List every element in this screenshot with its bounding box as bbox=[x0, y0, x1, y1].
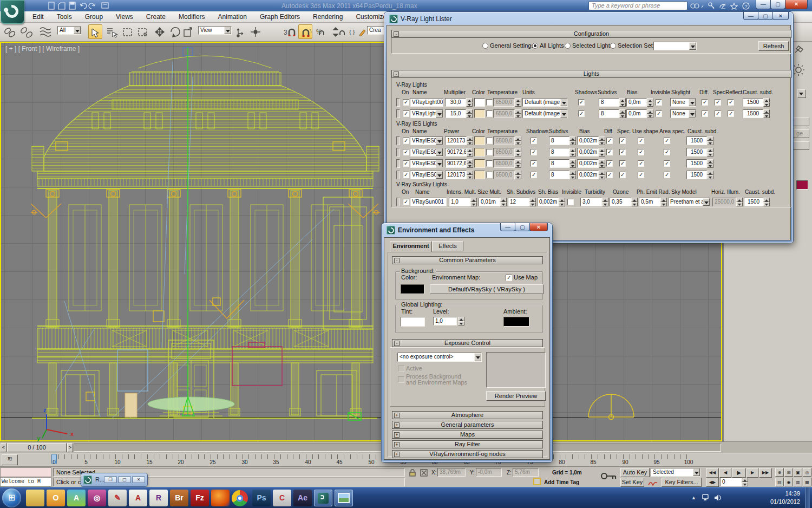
auto-key-button[interactable]: Auto Key bbox=[620, 468, 650, 477]
taskbar-3dsmax[interactable] bbox=[314, 490, 332, 506]
lights-rollout[interactable]: -Lights bbox=[391, 70, 791, 78]
chevron-down-icon[interactable] bbox=[703, 198, 710, 206]
on-checkbox[interactable] bbox=[403, 99, 409, 106]
level-field[interactable]: 1,0 bbox=[433, 317, 457, 325]
intensity-field[interactable]: 1,0 bbox=[449, 198, 470, 206]
turbidity-spinner[interactable] bbox=[602, 198, 608, 206]
temperature-spinner[interactable] bbox=[515, 159, 521, 168]
use-shape-checkbox[interactable] bbox=[638, 149, 644, 155]
subdivs-spinner[interactable] bbox=[569, 159, 576, 168]
bias-spinner[interactable] bbox=[599, 159, 605, 168]
expand-icon[interactable]: + bbox=[394, 413, 400, 418]
use-shape-checkbox[interactable] bbox=[638, 160, 644, 167]
reflect-checkbox[interactable] bbox=[728, 99, 734, 106]
power-spinner[interactable] bbox=[467, 171, 473, 179]
process-background-checkbox[interactable] bbox=[398, 376, 404, 383]
general-settings-radio[interactable] bbox=[482, 43, 488, 49]
temperature-spinner[interactable] bbox=[515, 136, 521, 145]
maxscript-listener[interactable]: Welcome to M bbox=[0, 477, 51, 487]
on-checkbox[interactable] bbox=[403, 160, 409, 167]
size-spinner[interactable] bbox=[500, 198, 507, 206]
power-field[interactable]: 90172,6 bbox=[445, 159, 467, 168]
maxscript-listener-pink[interactable] bbox=[0, 467, 51, 477]
color-swatch[interactable] bbox=[796, 180, 808, 190]
intensity-spinner[interactable] bbox=[470, 198, 477, 206]
use-shape-checkbox[interactable] bbox=[638, 172, 644, 178]
shadows-checkbox[interactable] bbox=[531, 160, 537, 167]
expand-icon[interactable]: + bbox=[394, 452, 400, 457]
units-dropdown[interactable]: Default (image) bbox=[522, 109, 568, 118]
temperature-field[interactable]: 6500,0 bbox=[493, 98, 515, 107]
multiplier-field[interactable]: 15,0 bbox=[445, 109, 466, 118]
taskbar-sketch-app[interactable]: ✎ bbox=[108, 490, 127, 506]
specular-checkbox[interactable] bbox=[619, 149, 626, 155]
area-specular-checkbox[interactable] bbox=[664, 172, 670, 178]
taskbar-chrome[interactable] bbox=[232, 490, 248, 506]
color-swatch[interactable] bbox=[474, 136, 485, 145]
atmosphere-rollout[interactable]: +Atmosphere bbox=[392, 411, 543, 419]
reflect-checkbox[interactable] bbox=[728, 110, 734, 117]
temperature-checkbox[interactable] bbox=[486, 110, 493, 117]
tray-network-volume-icons[interactable] bbox=[702, 493, 723, 503]
select-light-button[interactable] bbox=[396, 171, 400, 179]
power-spinner[interactable] bbox=[467, 148, 473, 157]
show-desktop-button[interactable] bbox=[805, 487, 810, 508]
go-to-end-button[interactable]: ▶▶ bbox=[759, 468, 772, 478]
chevron-down-icon[interactable] bbox=[436, 148, 443, 156]
utilities-tab-icons[interactable] bbox=[791, 44, 812, 109]
shadows-checkbox[interactable] bbox=[531, 149, 537, 155]
chevron-down-icon[interactable] bbox=[474, 353, 481, 361]
lock-selection-icon[interactable] bbox=[409, 468, 429, 477]
horizontal-illum-field[interactable]: 25000,0 bbox=[712, 198, 736, 206]
subdivs-field[interactable]: 8 bbox=[599, 98, 619, 107]
collapse-icon[interactable]: - bbox=[394, 258, 400, 263]
vray-environment-fog-rollout[interactable]: +VRayEnvironmentFog nodes bbox=[392, 450, 543, 458]
specular-checkbox[interactable] bbox=[715, 99, 721, 106]
caustic-subdivs-field[interactable]: 1500 bbox=[744, 198, 763, 206]
color-swatch[interactable] bbox=[474, 109, 485, 118]
subdivs-spinner[interactable] bbox=[569, 171, 576, 179]
search-tools[interactable]: ? bbox=[690, 1, 752, 10]
expand-icon[interactable]: + bbox=[394, 432, 400, 438]
select-light-button[interactable] bbox=[396, 98, 400, 107]
close-icon[interactable]: ✕ bbox=[529, 223, 548, 231]
chevron-down-icon[interactable] bbox=[560, 99, 567, 106]
z-coordinate-field[interactable]: 5,76m bbox=[513, 468, 539, 477]
exposure-control-rollout[interactable]: -Exposure Control bbox=[392, 339, 543, 347]
multiplier-field[interactable]: 30,0 bbox=[445, 98, 466, 107]
color-swatch[interactable] bbox=[474, 98, 485, 107]
subdivs-spinner[interactable] bbox=[569, 148, 576, 157]
caustic-subdivs-field[interactable]: 1500 bbox=[743, 109, 763, 118]
temperature-field[interactable]: 6500,0 bbox=[493, 159, 515, 168]
chevron-down-icon[interactable] bbox=[689, 42, 696, 50]
area-specular-checkbox[interactable] bbox=[664, 138, 670, 144]
key-step-button[interactable]: ◀▶ bbox=[706, 478, 719, 487]
select-light-button[interactable] bbox=[396, 109, 400, 118]
diffuse-checkbox[interactable] bbox=[702, 110, 708, 117]
taskbar-swirl-app[interactable]: ◎ bbox=[88, 490, 106, 506]
expand-icon[interactable]: + bbox=[394, 442, 400, 447]
diffuse-checkbox[interactable] bbox=[606, 172, 613, 178]
temperature-spinner[interactable] bbox=[515, 109, 521, 118]
bias-spinner[interactable] bbox=[647, 98, 653, 107]
caustic-spinner[interactable] bbox=[707, 136, 713, 145]
name-dropdown[interactable]: VRayIES01 bbox=[410, 148, 443, 157]
vray-light-lister-dialog[interactable]: V-Ray Light Lister — ▢ ✕ -Configuration … bbox=[384, 12, 793, 243]
frame-spinner[interactable] bbox=[742, 478, 748, 486]
start-button[interactable]: ⊞ bbox=[2, 489, 21, 507]
subdivs-spinner[interactable] bbox=[619, 98, 626, 107]
taskbar-ccleaner[interactable]: C bbox=[273, 490, 291, 506]
ambient-swatch[interactable] bbox=[503, 317, 529, 327]
key-filters-button[interactable]: Key Filters... bbox=[662, 478, 702, 487]
play-button[interactable]: ▶ bbox=[732, 468, 746, 478]
y-coordinate-field[interactable]: -0,0m bbox=[476, 468, 502, 477]
menu-graph-editors[interactable]: Graph Editors bbox=[253, 11, 306, 23]
bias-spinner[interactable] bbox=[599, 171, 605, 179]
chevron-down-icon[interactable] bbox=[436, 137, 443, 145]
minimize-button[interactable]: — bbox=[743, 12, 758, 20]
mini-curve-editor-button[interactable]: ≋ bbox=[2, 454, 18, 465]
active-checkbox[interactable] bbox=[398, 366, 404, 372]
use-map-checkbox[interactable] bbox=[506, 275, 512, 281]
taskbar-filezilla[interactable]: Fz bbox=[191, 490, 209, 506]
caustic-spinner[interactable] bbox=[763, 98, 770, 107]
